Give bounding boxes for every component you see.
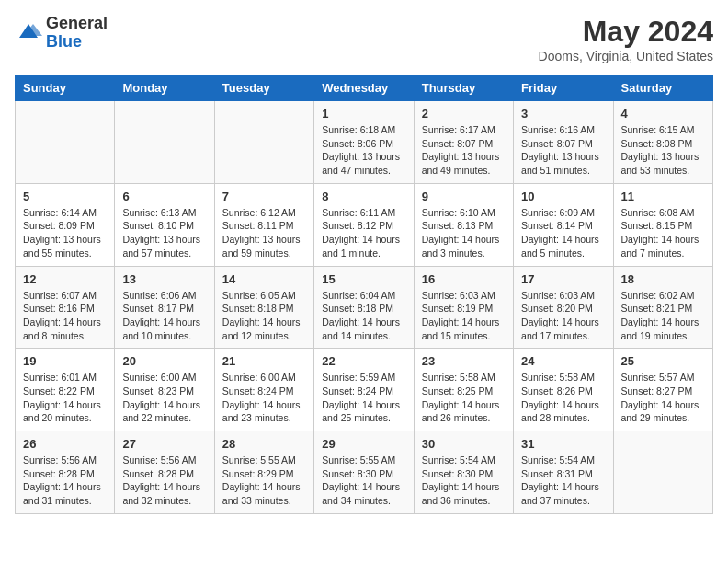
calendar-cell: 14Sunrise: 6:05 AM Sunset: 8:18 PM Dayli… xyxy=(214,266,313,349)
day-number: 4 xyxy=(621,107,705,121)
day-number: 31 xyxy=(521,437,605,451)
logo-icon xyxy=(15,19,42,47)
day-info: Sunrise: 5:56 AM Sunset: 8:28 PM Dayligh… xyxy=(122,454,206,508)
column-header-wednesday: Wednesday xyxy=(314,75,414,101)
calendar-cell: 5Sunrise: 6:14 AM Sunset: 8:09 PM Daylig… xyxy=(16,183,115,266)
day-number: 18 xyxy=(621,272,705,286)
column-header-tuesday: Tuesday xyxy=(214,75,313,101)
logo-text: General Blue xyxy=(46,15,108,52)
calendar-cell: 10Sunrise: 6:09 AM Sunset: 8:14 PM Dayli… xyxy=(514,183,613,266)
calendar-cell xyxy=(16,101,115,184)
day-number: 12 xyxy=(23,272,107,286)
day-info: Sunrise: 6:09 AM Sunset: 8:14 PM Dayligh… xyxy=(521,206,605,260)
day-number: 8 xyxy=(322,190,405,203)
column-header-sunday: Sunday xyxy=(16,75,115,101)
day-info: Sunrise: 6:02 AM Sunset: 8:21 PM Dayligh… xyxy=(621,289,705,343)
day-number: 19 xyxy=(23,354,107,368)
calendar-cell: 12Sunrise: 6:07 AM Sunset: 8:16 PM Dayli… xyxy=(16,266,115,349)
calendar-cell xyxy=(115,101,214,184)
day-info: Sunrise: 6:10 AM Sunset: 8:13 PM Dayligh… xyxy=(422,206,506,260)
calendar-cell: 16Sunrise: 6:03 AM Sunset: 8:19 PM Dayli… xyxy=(414,266,513,349)
day-number: 25 xyxy=(621,354,705,368)
calendar-cell: 19Sunrise: 6:01 AM Sunset: 8:22 PM Dayli… xyxy=(16,349,115,431)
day-info: Sunrise: 5:54 AM Sunset: 8:31 PM Dayligh… xyxy=(521,454,605,508)
logo-general-text: General xyxy=(46,15,108,33)
day-info: Sunrise: 6:11 AM Sunset: 8:12 PM Dayligh… xyxy=(322,206,405,260)
calendar-cell: 4Sunrise: 6:15 AM Sunset: 8:08 PM Daylig… xyxy=(613,101,712,184)
calendar-cell: 8Sunrise: 6:11 AM Sunset: 8:12 PM Daylig… xyxy=(314,183,414,266)
day-info: Sunrise: 6:04 AM Sunset: 8:18 PM Dayligh… xyxy=(322,289,405,343)
calendar-cell xyxy=(613,431,712,514)
column-header-saturday: Saturday xyxy=(613,75,712,101)
day-number: 1 xyxy=(322,107,405,121)
day-info: Sunrise: 6:16 AM Sunset: 8:07 PM Dayligh… xyxy=(521,123,605,178)
day-info: Sunrise: 6:00 AM Sunset: 8:23 PM Dayligh… xyxy=(122,371,206,425)
calendar-week-row: 12Sunrise: 6:07 AM Sunset: 8:16 PM Dayli… xyxy=(16,266,713,349)
day-number: 10 xyxy=(521,190,605,203)
day-number: 6 xyxy=(122,190,206,203)
logo-blue-text: Blue xyxy=(46,33,108,52)
day-info: Sunrise: 5:54 AM Sunset: 8:30 PM Dayligh… xyxy=(422,454,506,508)
calendar-cell: 28Sunrise: 5:55 AM Sunset: 8:29 PM Dayli… xyxy=(214,431,313,514)
day-number: 20 xyxy=(122,354,206,368)
column-header-monday: Monday xyxy=(115,75,214,101)
calendar-cell: 13Sunrise: 6:06 AM Sunset: 8:17 PM Dayli… xyxy=(115,266,214,349)
calendar-cell: 21Sunrise: 6:00 AM Sunset: 8:24 PM Dayli… xyxy=(214,349,313,431)
calendar-cell: 1Sunrise: 6:18 AM Sunset: 8:06 PM Daylig… xyxy=(314,101,414,184)
day-number: 2 xyxy=(422,107,506,121)
day-number: 26 xyxy=(23,437,107,451)
calendar-cell: 24Sunrise: 5:58 AM Sunset: 8:26 PM Dayli… xyxy=(514,349,613,431)
day-number: 23 xyxy=(422,354,506,368)
day-number: 5 xyxy=(23,190,107,203)
day-number: 3 xyxy=(521,107,605,121)
day-number: 24 xyxy=(521,354,605,368)
calendar-cell: 9Sunrise: 6:10 AM Sunset: 8:13 PM Daylig… xyxy=(414,183,513,266)
day-info: Sunrise: 5:56 AM Sunset: 8:28 PM Dayligh… xyxy=(23,454,107,508)
day-number: 22 xyxy=(322,354,405,368)
day-number: 21 xyxy=(222,354,306,368)
calendar-cell: 11Sunrise: 6:08 AM Sunset: 8:15 PM Dayli… xyxy=(613,183,712,266)
calendar-cell: 6Sunrise: 6:13 AM Sunset: 8:10 PM Daylig… xyxy=(115,183,214,266)
day-number: 7 xyxy=(222,190,306,203)
day-info: Sunrise: 6:18 AM Sunset: 8:06 PM Dayligh… xyxy=(322,123,405,178)
calendar-cell: 27Sunrise: 5:56 AM Sunset: 8:28 PM Dayli… xyxy=(115,431,214,514)
calendar-cell: 15Sunrise: 6:04 AM Sunset: 8:18 PM Dayli… xyxy=(314,266,414,349)
day-info: Sunrise: 6:03 AM Sunset: 8:20 PM Dayligh… xyxy=(521,289,605,343)
calendar-header-row: SundayMondayTuesdayWednesdayThursdayFrid… xyxy=(16,75,713,101)
calendar-week-row: 26Sunrise: 5:56 AM Sunset: 8:28 PM Dayli… xyxy=(16,431,713,514)
day-number: 11 xyxy=(621,190,705,203)
calendar-cell xyxy=(214,101,313,184)
day-number: 15 xyxy=(322,272,405,286)
calendar-cell: 25Sunrise: 5:57 AM Sunset: 8:27 PM Dayli… xyxy=(613,349,712,431)
header: General Blue May 2024 Dooms, Virginia, U… xyxy=(15,15,713,63)
day-number: 16 xyxy=(422,272,506,286)
column-header-thursday: Thursday xyxy=(414,75,513,101)
day-info: Sunrise: 5:58 AM Sunset: 8:26 PM Dayligh… xyxy=(521,371,605,425)
day-info: Sunrise: 6:13 AM Sunset: 8:10 PM Dayligh… xyxy=(122,206,206,260)
day-number: 13 xyxy=(122,272,206,286)
day-info: Sunrise: 5:57 AM Sunset: 8:27 PM Dayligh… xyxy=(621,371,705,425)
calendar-week-row: 19Sunrise: 6:01 AM Sunset: 8:22 PM Dayli… xyxy=(16,349,713,431)
day-info: Sunrise: 6:00 AM Sunset: 8:24 PM Dayligh… xyxy=(222,371,306,425)
day-number: 14 xyxy=(222,272,306,286)
day-info: Sunrise: 6:05 AM Sunset: 8:18 PM Dayligh… xyxy=(222,289,306,343)
day-info: Sunrise: 6:17 AM Sunset: 8:07 PM Dayligh… xyxy=(422,123,506,178)
calendar-cell: 3Sunrise: 6:16 AM Sunset: 8:07 PM Daylig… xyxy=(514,101,613,184)
calendar-week-row: 1Sunrise: 6:18 AM Sunset: 8:06 PM Daylig… xyxy=(16,101,713,184)
calendar-cell: 30Sunrise: 5:54 AM Sunset: 8:30 PM Dayli… xyxy=(414,431,513,514)
main-title: May 2024 xyxy=(539,15,713,49)
day-number: 30 xyxy=(422,437,506,451)
day-number: 28 xyxy=(222,437,306,451)
day-info: Sunrise: 5:55 AM Sunset: 8:30 PM Dayligh… xyxy=(322,454,405,508)
column-header-friday: Friday xyxy=(514,75,613,101)
logo: General Blue xyxy=(15,15,108,52)
calendar-table: SundayMondayTuesdayWednesdayThursdayFrid… xyxy=(15,75,713,514)
day-number: 29 xyxy=(322,437,405,451)
day-info: Sunrise: 6:06 AM Sunset: 8:17 PM Dayligh… xyxy=(122,289,206,343)
calendar-cell: 23Sunrise: 5:58 AM Sunset: 8:25 PM Dayli… xyxy=(414,349,513,431)
day-info: Sunrise: 6:01 AM Sunset: 8:22 PM Dayligh… xyxy=(23,371,107,425)
calendar-cell: 2Sunrise: 6:17 AM Sunset: 8:07 PM Daylig… xyxy=(414,101,513,184)
calendar-cell: 17Sunrise: 6:03 AM Sunset: 8:20 PM Dayli… xyxy=(514,266,613,349)
day-info: Sunrise: 6:12 AM Sunset: 8:11 PM Dayligh… xyxy=(222,206,306,260)
day-number: 17 xyxy=(521,272,605,286)
